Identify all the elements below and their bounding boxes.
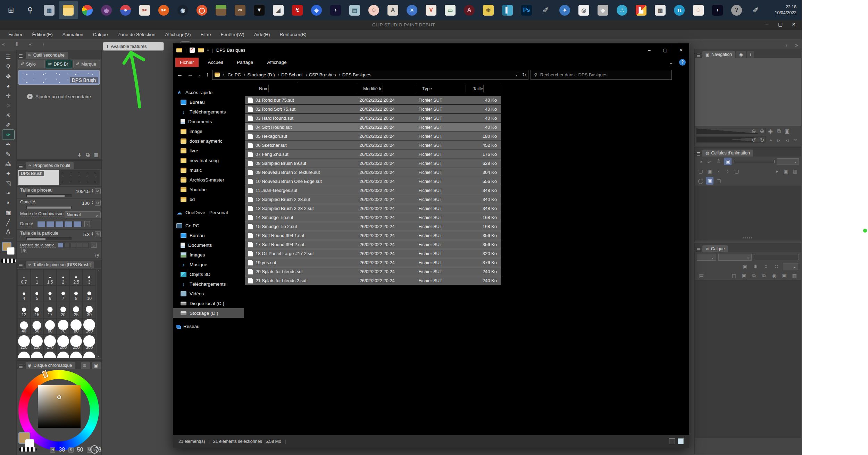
- sidebar-item[interactable]: Musique: [173, 260, 244, 269]
- cel-progress-bar[interactable]: [734, 160, 775, 163]
- figure-tool[interactable]: ╱: [2, 217, 14, 227]
- layer-action-icon[interactable]: ⧉: [760, 272, 768, 279]
- cel-manage-icon[interactable]: ▥: [791, 167, 799, 175]
- layer-action-icon[interactable]: ▢: [730, 272, 738, 279]
- move-tool[interactable]: ✛: [2, 91, 14, 101]
- taskbar-icon-slot[interactable]: ▦: [40, 1, 59, 19]
- sidebar-item[interactable]: music ➤: [173, 165, 244, 175]
- breadcrumb-item[interactable]: DP School›: [281, 72, 309, 77]
- layer-mode-dropdown[interactable]: ⌄: [718, 254, 752, 261]
- cel-manage-icon[interactable]: ▸: [773, 167, 781, 175]
- file-row[interactable]: 18 Oil Pastel Large #17 2.sut 26/02/2022…: [245, 249, 501, 258]
- quick-access-newfolder-icon[interactable]: [198, 48, 204, 52]
- menu-item[interactable]: Fichier: [4, 31, 27, 38]
- taskbar-icon-slot[interactable]: ∴: [612, 1, 632, 19]
- column-header-name[interactable]: ˆNom: [245, 85, 356, 92]
- background-color-swatch[interactable]: [7, 247, 15, 255]
- zoom-tool[interactable]: ⚲: [2, 62, 14, 71]
- layer-action-icon[interactable]: ▣: [781, 272, 788, 279]
- taskbar-icon-slot[interactable]: ?: [727, 1, 746, 19]
- back-button[interactable]: ←: [177, 71, 183, 78]
- taskbar-icon-slot[interactable]: ☺: [364, 1, 383, 19]
- sidebar-section-network[interactable]: Réseau: [173, 321, 244, 331]
- saturation-value-square[interactable]: [38, 385, 81, 428]
- file-row[interactable]: 08 Sampled Brush 89.sut 26/02/2022 20:24…: [245, 159, 501, 168]
- file-row[interactable]: 19 yes.sut 26/02/2022 20:24 Fichier SUT …: [245, 258, 501, 267]
- explorer-maximize-button[interactable]: ▢: [657, 43, 673, 57]
- sidebar-section-this-pc[interactable]: Ce PC: [173, 221, 244, 230]
- secondary-tool-tab[interactable]: ✐ Marque: [73, 60, 100, 68]
- sidebar-item[interactable]: Objets 3D: [173, 269, 244, 279]
- particle-size-value[interactable]: 5.3: [83, 232, 90, 237]
- lasso-tool[interactable]: ◌: [2, 101, 14, 110]
- column-header-type[interactable]: Type: [415, 85, 466, 92]
- recent-locations-icon[interactable]: ⌄: [198, 73, 201, 77]
- brush-size-cell[interactable]: 17: [43, 302, 57, 318]
- brush-size-cell[interactable]: 1: [31, 269, 44, 286]
- taskbar-icon-slot[interactable]: Ps: [517, 1, 536, 19]
- secondary-tool-tab[interactable]: ✐ Stylo: [18, 60, 45, 68]
- sidebar-item[interactable]: Vidéos: [173, 289, 244, 298]
- fit-screen-button[interactable]: ⧉: [777, 128, 781, 134]
- brush-size-cell[interactable]: 100: [83, 318, 96, 335]
- details-view-button[interactable]: [669, 438, 675, 444]
- brush-size-cell[interactable]: 60: [43, 318, 57, 335]
- palette-dock-handles[interactable]: « ‖ « ‹: [2, 41, 49, 47]
- cel-dropdown[interactable]: ⌄: [777, 158, 799, 165]
- taskbar-icon-slot[interactable]: ◯: [192, 1, 211, 19]
- taskbar-icon-slot[interactable]: ●: [116, 1, 135, 19]
- brush-size-cell[interactable]: 3: [83, 269, 96, 286]
- brush-size-cell[interactable]: 0.7: [17, 269, 31, 286]
- cel-tool-icon[interactable]: ◑: [697, 158, 704, 165]
- taskbar-icon-slot[interactable]: [78, 1, 97, 19]
- brush-size-cell[interactable]: 12: [17, 302, 31, 318]
- cel-nav-icon[interactable]: ▢: [733, 167, 741, 175]
- rotate-view-tool[interactable]: ◕: [2, 81, 14, 91]
- collapse-panel-icon[interactable]: ›: [786, 42, 787, 48]
- cel-nav-icon[interactable]: ▣: [706, 167, 713, 175]
- more-icon[interactable]: ›: [91, 243, 97, 248]
- brush-size-cell[interactable]: [31, 351, 44, 358]
- cel-list-area[interactable]: •••••: [695, 186, 801, 241]
- stepper-icon[interactable]: ▲▼: [91, 201, 94, 205]
- ribbon-tab[interactable]: Affichage: [262, 58, 291, 67]
- menu-item[interactable]: Édition(E): [28, 31, 57, 38]
- layer-action-icon[interactable]: ⧉: [750, 272, 758, 279]
- brush-size-cell[interactable]: 2.5: [70, 269, 83, 286]
- sidebar-item[interactable]: image ➤: [173, 126, 244, 136]
- brush-grid-scrollbar[interactable]: ⌃⌄: [97, 269, 101, 358]
- brush-size-cell[interactable]: 25: [70, 302, 83, 318]
- explorer-minimize-button[interactable]: –: [641, 43, 657, 57]
- column-header-size[interactable]: Taille: [466, 85, 501, 92]
- file-row[interactable]: 16 Soft Round 394 1.sut 26/02/2022 20:24…: [245, 231, 501, 240]
- opacity-value[interactable]: 100: [82, 201, 90, 206]
- dynamics-icon[interactable]: ✎: [95, 231, 101, 237]
- panel-menu-icon[interactable]: ☰: [696, 247, 701, 252]
- stepper-icon[interactable]: ▲▼: [91, 232, 94, 236]
- brush-size-cell[interactable]: 15: [31, 302, 44, 318]
- sidebar-item[interactable]: Téléchargements: [173, 279, 244, 289]
- rotate-left-button[interactable]: ↺: [752, 137, 756, 143]
- reset-settings-icon[interactable]: ◷: [95, 252, 99, 258]
- sidebar-item[interactable]: bd ➤: [173, 194, 244, 204]
- taskbar-icon-slot[interactable]: ◢: [269, 1, 288, 19]
- taskbar-icon-slot[interactable]: π: [670, 1, 689, 19]
- brush-size-cell[interactable]: 8: [70, 286, 83, 302]
- file-row[interactable]: 04 Soft Round.sut 26/02/2022 20:24 Fichi…: [245, 123, 501, 132]
- taskbar-icon-slot[interactable]: ▤: [345, 1, 364, 19]
- help-icon[interactable]: ?: [679, 59, 686, 66]
- layer-option-icon[interactable]: ◊: [762, 263, 770, 270]
- import-tool-icon[interactable]: ↧: [77, 152, 82, 158]
- ribbon-tab[interactable]: Accueil: [203, 58, 228, 67]
- flip-v-button[interactable]: ≍: [793, 137, 798, 143]
- layer-option-icon[interactable]: ▣: [741, 263, 749, 270]
- canvas-preview[interactable]: [695, 58, 801, 126]
- layer-option-icon[interactable]: ✱: [752, 263, 759, 270]
- taskbar-icon-slot[interactable]: ✂: [135, 1, 154, 19]
- column-header-modified[interactable]: Modifié le: [356, 85, 415, 92]
- add-secondary-tool-button[interactable]: + Ajouter un outil secondaire: [17, 94, 101, 99]
- taskbar-icon-slot[interactable]: ✴: [402, 1, 422, 19]
- pen-tool[interactable]: ✒: [2, 140, 14, 149]
- sidebar-section-quick-access[interactable]: Accès rapide: [173, 87, 244, 97]
- csp-maximize-button[interactable]: ▢: [778, 22, 783, 27]
